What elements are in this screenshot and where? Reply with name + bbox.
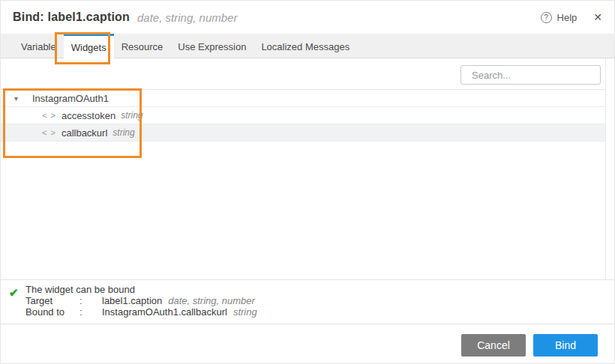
status-target-row: Target : label1.caption date, string, nu… xyxy=(26,296,614,306)
tab-bar: Variable Widgets Resource Use Expression… xyxy=(1,34,614,58)
status-separator: : xyxy=(80,296,102,306)
status-boundto-label: Bound to xyxy=(26,307,80,318)
status-target-label: Target xyxy=(26,296,80,306)
tree-node-label: callbackurl xyxy=(62,127,107,139)
help-button[interactable]: ? Help xyxy=(541,12,578,23)
scroll-gutter xyxy=(605,58,606,279)
status-body: The widget can be bound Target : label1.… xyxy=(26,285,614,318)
caret-down-icon[interactable]: ▾ xyxy=(14,94,32,103)
search-input[interactable] xyxy=(472,70,604,81)
status-boundto-row: Bound to : InstagramOAuth1.callbackurl s… xyxy=(26,307,614,318)
close-icon[interactable]: ✕ xyxy=(593,12,602,22)
dialog-subtitle: date, string, number xyxy=(137,11,237,24)
dialog-title: Bind: label1.caption xyxy=(13,10,130,24)
dialog-header: Bind: label1.caption date, string, numbe… xyxy=(1,1,614,34)
tab-localized-messages[interactable]: Localized Messages xyxy=(254,34,357,58)
search-box xyxy=(460,65,601,85)
status-boundto-value: InstagramOAuth1.callbackurl xyxy=(102,307,227,318)
status-message: The widget can be bound xyxy=(26,285,614,295)
tree-node-type: string xyxy=(121,110,142,121)
tab-variable[interactable]: Variable xyxy=(14,34,64,58)
tree-node-label: InstagramOAuth1 xyxy=(32,93,109,104)
tab-use-expression[interactable]: Use Expression xyxy=(170,34,254,58)
tree-node-type: string xyxy=(112,127,134,138)
status-target-value: label1.caption xyxy=(102,296,162,306)
tree-node-label: accesstoken xyxy=(62,110,116,121)
status-separator: : xyxy=(80,307,102,318)
dialog-footer: Cancel Bind xyxy=(461,334,598,357)
success-check-icon: ✔ xyxy=(9,286,19,300)
cancel-button[interactable]: Cancel xyxy=(461,334,526,357)
tree-node-callbackurl[interactable]: < > callbackurl string xyxy=(1,124,605,142)
property-icon: < > xyxy=(42,111,56,120)
status-boundto-type: string xyxy=(233,307,257,318)
bind-button[interactable]: Bind xyxy=(533,334,598,357)
tree-node-instagramoauth1[interactable]: ▾ InstagramOAuth1 xyxy=(1,90,605,107)
status-panel: ✔ The widget can be bound Target : label… xyxy=(1,279,614,324)
status-target-type: date, string, number xyxy=(168,296,255,306)
tree-node-accesstoken[interactable]: < > accesstoken string xyxy=(1,107,605,124)
help-label: Help xyxy=(557,12,578,23)
help-icon: ? xyxy=(541,12,552,23)
bind-dialog: Bind: label1.caption date, string, numbe… xyxy=(0,0,615,364)
widget-tree: ▾ InstagramOAuth1 < > accesstoken string… xyxy=(1,89,605,142)
tab-widgets[interactable]: Widgets xyxy=(64,34,114,58)
tab-resource[interactable]: Resource xyxy=(114,34,171,58)
property-icon: < > xyxy=(42,128,56,137)
